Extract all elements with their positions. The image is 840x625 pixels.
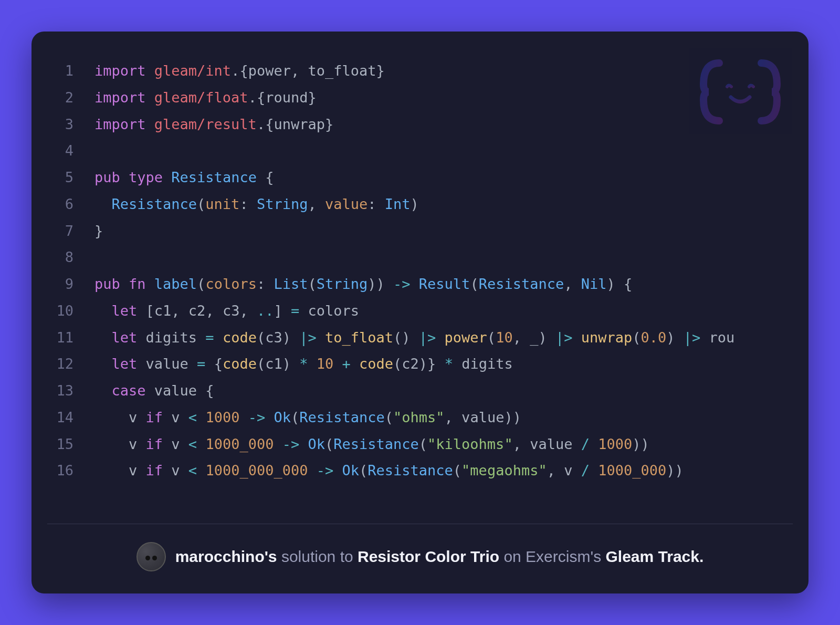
code-line: 8 xyxy=(47,244,734,271)
line-number: 3 xyxy=(47,111,94,138)
line-content[interactable]: import gleam/float.{round} xyxy=(94,85,734,111)
line-number: 10 xyxy=(47,298,94,325)
line-number: 16 xyxy=(47,457,94,484)
avatar xyxy=(136,542,166,571)
attribution-text: marocchino's solution to Resistor Color … xyxy=(175,548,704,566)
code-line: 3import gleam/result.{unwrap} xyxy=(47,111,734,138)
code-line: 5pub type Resistance { xyxy=(47,164,734,191)
exercise-name: Resistor Color Trio xyxy=(358,548,499,565)
track-name: Gleam Track. xyxy=(606,548,704,565)
code-line: 6 Resistance(unit: String, value: Int) xyxy=(47,191,734,218)
line-content[interactable] xyxy=(94,244,734,271)
code-line: 1import gleam/int.{power, to_float} xyxy=(47,58,734,85)
code-line: 10 let [c1, c2, c3, ..] = colors xyxy=(47,298,734,325)
line-content[interactable]: pub type Resistance { xyxy=(94,164,734,191)
solution-word: solution to xyxy=(281,548,353,565)
code-line: 13 case value { xyxy=(47,378,734,404)
line-number: 9 xyxy=(47,271,94,298)
code-line: 7} xyxy=(47,218,734,245)
line-number: 5 xyxy=(47,164,94,191)
line-content[interactable]: v if v < 1000_000_000 -> Ok(Resistance("… xyxy=(94,457,734,484)
exercism-logo-icon xyxy=(698,58,782,126)
line-content[interactable]: let [c1, c2, c3, ..] = colors xyxy=(94,298,734,325)
line-content[interactable]: Resistance(unit: String, value: Int) xyxy=(94,191,734,218)
line-number: 2 xyxy=(47,85,94,111)
line-content[interactable]: } xyxy=(94,218,734,245)
line-number: 11 xyxy=(47,325,94,351)
line-number: 14 xyxy=(47,404,94,431)
on-word: on Exercism's xyxy=(503,548,601,565)
code-line: 2import gleam/float.{round} xyxy=(47,85,734,111)
code-line: 16 v if v < 1000_000_000 -> Ok(Resistanc… xyxy=(47,457,734,484)
line-number: 4 xyxy=(47,138,94,164)
code-card: 1import gleam/int.{power, to_float}2impo… xyxy=(32,32,808,593)
line-content[interactable]: v if v < 1000_000 -> Ok(Resistance("kilo… xyxy=(94,431,734,458)
code-line: 9pub fn label(colors: List(String)) -> R… xyxy=(47,271,734,298)
code-line: 4 xyxy=(47,138,734,164)
line-number: 1 xyxy=(47,58,94,85)
line-content[interactable]: let value = {code(c1) * 10 + code(c2)} *… xyxy=(94,351,734,378)
line-content[interactable]: let digits = code(c3) |> to_float() |> p… xyxy=(94,325,734,351)
line-number: 8 xyxy=(47,244,94,271)
line-number: 13 xyxy=(47,378,94,404)
attribution-footer: marocchino's solution to Resistor Color … xyxy=(32,524,808,593)
code-table: 1import gleam/int.{power, to_float}2impo… xyxy=(47,58,734,484)
code-line: 14 v if v < 1000 -> Ok(Resistance("ohms"… xyxy=(47,404,734,431)
line-number: 7 xyxy=(47,218,94,245)
code-line: 11 let digits = code(c3) |> to_float() |… xyxy=(47,325,734,351)
line-content[interactable]: v if v < 1000 -> Ok(Resistance("ohms", v… xyxy=(94,404,734,431)
code-area[interactable]: 1import gleam/int.{power, to_float}2impo… xyxy=(32,32,808,524)
line-number: 6 xyxy=(47,191,94,218)
line-content[interactable]: pub fn label(colors: List(String)) -> Re… xyxy=(94,271,734,298)
username: marocchino's xyxy=(175,548,277,565)
line-content[interactable] xyxy=(94,138,734,164)
line-number: 15 xyxy=(47,431,94,458)
line-content[interactable]: case value { xyxy=(94,378,734,404)
line-content[interactable]: import gleam/result.{unwrap} xyxy=(94,111,734,138)
code-line: 12 let value = {code(c1) * 10 + code(c2)… xyxy=(47,351,734,378)
line-number: 12 xyxy=(47,351,94,378)
code-line: 15 v if v < 1000_000 -> Ok(Resistance("k… xyxy=(47,431,734,458)
line-content[interactable]: import gleam/int.{power, to_float} xyxy=(94,58,734,85)
